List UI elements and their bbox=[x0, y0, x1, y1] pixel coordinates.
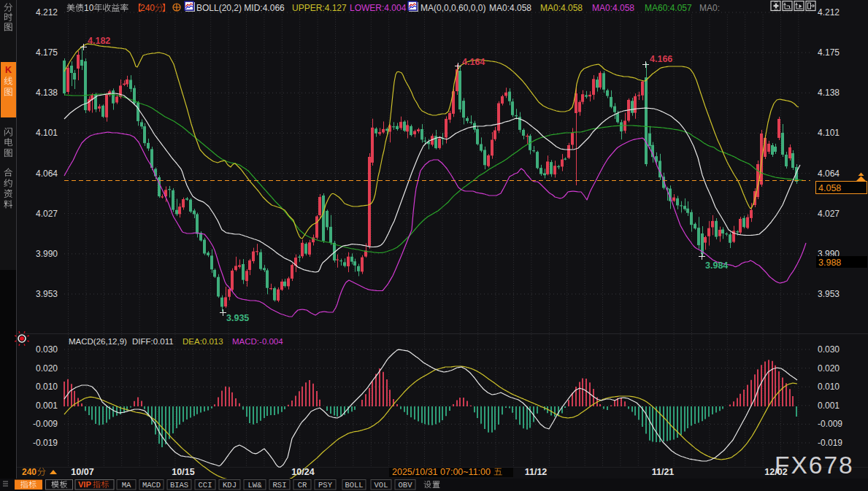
svg-text:-0.019: -0.019 bbox=[33, 438, 58, 448]
svg-text:4.212: 4.212 bbox=[36, 7, 58, 18]
svg-text:0.010: 0.010 bbox=[36, 382, 58, 392]
svg-text:4.138: 4.138 bbox=[36, 88, 58, 98]
svg-text:MA0:4.058: MA0:4.058 bbox=[540, 3, 583, 13]
svg-text:MA0:: MA0: bbox=[699, 3, 720, 13]
svg-text:MACD(26,12,9): MACD(26,12,9) bbox=[69, 337, 127, 346]
svg-text:RSI: RSI bbox=[273, 481, 287, 490]
svg-text:BOLL(20,2) MID:4.066: BOLL(20,2) MID:4.066 bbox=[196, 3, 285, 13]
svg-text:10/15: 10/15 bbox=[172, 467, 194, 477]
svg-text:240: 240 bbox=[140, 3, 155, 13]
svg-text:4.166: 4.166 bbox=[650, 54, 672, 64]
svg-text:KDJ: KDJ bbox=[223, 481, 237, 490]
svg-text:3.984: 3.984 bbox=[705, 260, 728, 271]
svg-text:UPPER:4.127: UPPER:4.127 bbox=[292, 3, 347, 13]
svg-text:0.020: 0.020 bbox=[818, 363, 840, 374]
svg-text:10: 10 bbox=[84, 3, 94, 13]
svg-text:VOL: VOL bbox=[375, 481, 388, 490]
svg-text:MA60:4.057: MA60:4.057 bbox=[645, 3, 692, 13]
svg-text:4.182: 4.182 bbox=[88, 36, 110, 46]
svg-text:MA0:4.058: MA0:4.058 bbox=[592, 3, 634, 13]
svg-text:240: 240 bbox=[22, 467, 37, 477]
svg-text:11/21: 11/21 bbox=[652, 467, 675, 477]
svg-text:MA(0,0,0,60,0,0): MA(0,0,0,60,0,0) bbox=[420, 3, 485, 13]
svg-text:4.138: 4.138 bbox=[818, 88, 840, 98]
svg-text:4.212: 4.212 bbox=[818, 7, 840, 18]
svg-text:3.935: 3.935 bbox=[226, 313, 249, 323]
svg-text:MA0:4.058: MA0:4.058 bbox=[489, 3, 531, 13]
svg-text:3.953: 3.953 bbox=[36, 289, 58, 299]
svg-text:BIAS: BIAS bbox=[170, 481, 188, 490]
svg-text:4.064: 4.064 bbox=[818, 169, 840, 179]
svg-text:DIFF:0.011: DIFF:0.011 bbox=[132, 337, 174, 346]
svg-text:4.064: 4.064 bbox=[36, 169, 58, 179]
svg-text:4.058: 4.058 bbox=[818, 183, 841, 193]
svg-text:4.101: 4.101 bbox=[36, 128, 58, 138]
svg-text:LOWER:4.004: LOWER:4.004 bbox=[350, 3, 407, 13]
svg-text:3.953: 3.953 bbox=[818, 289, 840, 299]
svg-text:BOLL: BOLL bbox=[345, 481, 363, 490]
svg-text:-0.019: -0.019 bbox=[818, 438, 842, 448]
svg-text:0.001: 0.001 bbox=[818, 401, 840, 411]
svg-text:OBV: OBV bbox=[399, 481, 413, 490]
svg-text:10/24: 10/24 bbox=[291, 467, 314, 477]
svg-text:0.020: 0.020 bbox=[36, 363, 58, 374]
svg-text:0.030: 0.030 bbox=[36, 344, 58, 355]
svg-text:-0.009: -0.009 bbox=[33, 419, 58, 429]
svg-text:4.164: 4.164 bbox=[462, 57, 485, 67]
svg-text:K: K bbox=[5, 65, 12, 75]
svg-text:4.175: 4.175 bbox=[818, 47, 840, 58]
svg-text:PSY: PSY bbox=[318, 481, 333, 490]
svg-text:-0.009: -0.009 bbox=[818, 419, 842, 429]
svg-text:MA: MA bbox=[122, 481, 131, 490]
svg-text:CR: CR bbox=[298, 481, 307, 490]
svg-text:LW&: LW& bbox=[248, 481, 263, 490]
svg-text:CCI: CCI bbox=[199, 481, 212, 490]
svg-text:MACD: MACD bbox=[142, 481, 161, 490]
svg-text:4.027: 4.027 bbox=[818, 209, 840, 219]
svg-text:0.030: 0.030 bbox=[818, 344, 840, 355]
svg-text:10/07: 10/07 bbox=[71, 467, 93, 477]
svg-text:0.010: 0.010 bbox=[818, 382, 840, 392]
svg-text:12/02: 12/02 bbox=[764, 467, 787, 477]
svg-text:VIP: VIP bbox=[78, 480, 91, 489]
svg-text:3.990: 3.990 bbox=[36, 249, 58, 259]
svg-text:2025/10/31 07:00~11:00: 2025/10/31 07:00~11:00 bbox=[392, 467, 491, 477]
svg-text:11/12: 11/12 bbox=[525, 467, 548, 477]
svg-text:3.988: 3.988 bbox=[818, 258, 841, 268]
svg-text:4.175: 4.175 bbox=[36, 47, 58, 58]
svg-text:MACD:-0.004: MACD:-0.004 bbox=[232, 337, 283, 346]
svg-text:DEA:0.013: DEA:0.013 bbox=[183, 337, 223, 346]
svg-text:0.001: 0.001 bbox=[36, 401, 58, 411]
svg-text:4.027: 4.027 bbox=[36, 209, 58, 219]
svg-text:4.101: 4.101 bbox=[818, 128, 840, 138]
